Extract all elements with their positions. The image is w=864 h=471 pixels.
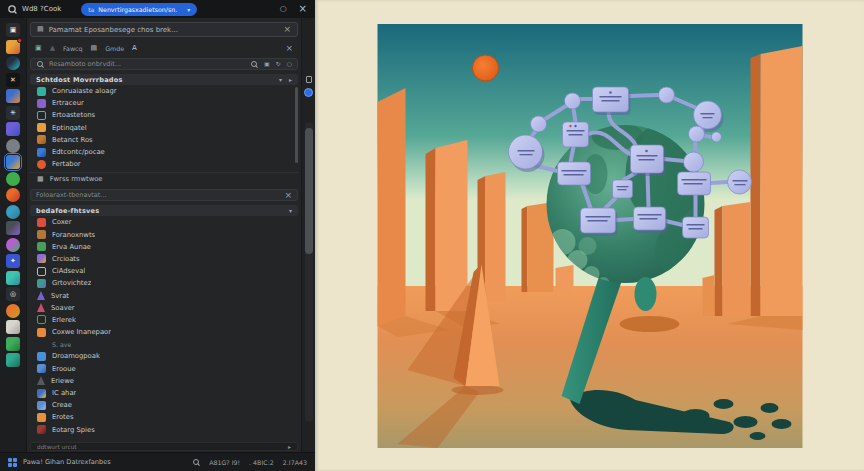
firefox-icon[interactable]	[6, 188, 20, 202]
palette-icon[interactable]	[6, 238, 20, 252]
shortcut-hint-1: A81G? I9!	[209, 459, 240, 466]
list-item[interactable]: Eotarg Spies	[30, 424, 298, 436]
swirl-icon[interactable]	[6, 139, 20, 153]
list-item[interactable]: IC ahar	[30, 387, 298, 399]
list-scrollbar[interactable]	[295, 87, 298, 163]
list-item[interactable]: Ertoastetons	[30, 109, 298, 121]
search-doc-icon[interactable]: ▣	[6, 23, 20, 37]
close-toolbar-icon[interactable]: ×	[285, 44, 293, 53]
toolbar-label-2[interactable]: Gmde	[105, 45, 124, 52]
list-item-label: IC ahar	[52, 389, 76, 397]
refresh-icon[interactable]: ↻	[276, 61, 281, 67]
list-item[interactable]: Fertabor	[30, 158, 298, 170]
toolbar-label-1[interactable]: Fawcq	[63, 45, 83, 52]
section-header-2[interactable]: bedafoe-fhtsves ▾	[30, 205, 298, 216]
pages-icon[interactable]: ▣	[264, 61, 270, 67]
list-item[interactable]: Coxer	[30, 216, 298, 228]
list-item[interactable]: Creae	[30, 399, 298, 411]
collapse-icon[interactable]: ▾	[289, 208, 292, 214]
chevron-right-icon[interactable]: ▸	[289, 77, 292, 83]
clear-icon[interactable]: ×	[284, 191, 292, 200]
collapsed-section[interactable]: ddtwurt urcut ▸	[30, 442, 298, 451]
app-icon	[37, 425, 46, 434]
list-item-label: Fertabor	[52, 160, 81, 168]
list-item[interactable]: Coxwe Inanepaor	[30, 326, 298, 338]
list-item[interactable]: Droamogpoak	[30, 350, 298, 362]
list-item[interactable]: Soaver	[30, 302, 298, 314]
mountain-icon[interactable]: ▲	[50, 45, 55, 52]
grid-icon[interactable]: ▤	[91, 45, 98, 52]
list-item-label: Ertoastetons	[52, 111, 95, 119]
list-item[interactable]: Ertraceur	[30, 97, 298, 109]
app-icon	[37, 352, 46, 361]
history-icon[interactable]: ○	[280, 5, 287, 13]
star-app-icon[interactable]: ✦	[6, 254, 20, 268]
box-icon[interactable]: ▣	[35, 45, 42, 52]
search-icon[interactable]	[7, 4, 17, 14]
android-icon[interactable]	[6, 172, 20, 186]
search-filter-input[interactable]	[36, 191, 279, 199]
section-header-1[interactable]: Schtdost Movrrrbados ▾ ▸	[30, 74, 298, 85]
list-item[interactable]: Foranoxnwts	[30, 229, 298, 241]
globe-icon[interactable]	[6, 205, 20, 219]
list-item[interactable]: Crcioats	[30, 253, 298, 265]
chevron-down-icon[interactable]: ▾	[279, 77, 282, 83]
app-icon	[37, 291, 45, 300]
list-item[interactable]: Svrat	[30, 289, 298, 301]
statusbar: Pawa! Gihan Datrexfanbes A81G? I9! . 4BI…	[0, 452, 315, 471]
gear-icon[interactable]: ✳	[6, 106, 20, 120]
pin-icon[interactable]	[306, 76, 312, 83]
app-icon	[37, 111, 46, 120]
list-item[interactable]: Erooue	[30, 363, 298, 375]
list-item-label: Conruaiaste aloagr	[52, 87, 117, 95]
search-main-input[interactable]	[49, 60, 245, 68]
artwork-image	[377, 24, 803, 448]
list-item[interactable]: Erotes	[30, 411, 298, 423]
list-item[interactable]: Grtovichtez	[30, 277, 298, 289]
x-app-icon[interactable]: ✕	[6, 73, 20, 87]
leaf-icon[interactable]	[6, 337, 20, 351]
list-item-label: CiAdseval	[52, 267, 85, 275]
list-item[interactable]: CiAdseval	[30, 265, 298, 277]
list-item[interactable]: Edtcontc/pocae	[30, 146, 298, 158]
close-icon[interactable]: ×	[299, 4, 307, 14]
list-item[interactable]: Betanct Ros	[30, 134, 298, 146]
clear-icon[interactable]: ×	[283, 25, 291, 34]
help-icon[interactable]: ○	[287, 61, 292, 67]
hook-icon[interactable]	[6, 353, 20, 367]
scrollbar-thumb[interactable]	[305, 128, 313, 254]
list-item[interactable]: Erlerek	[30, 314, 298, 326]
extension-badge-icon[interactable]	[304, 88, 313, 97]
list-item-label: Eotarg Spies	[52, 426, 95, 434]
capsule-icon[interactable]	[6, 271, 20, 285]
list-item[interactable]: Eptinqatel	[30, 122, 298, 134]
apps-launcher-icon[interactable]	[8, 458, 17, 467]
clock-icon[interactable]	[6, 56, 20, 70]
bird-icon[interactable]	[6, 89, 20, 103]
list-item-label: Betanct Ros	[52, 136, 93, 144]
artwork-canvas	[315, 0, 864, 471]
topbar: Wd8 ?Cook ta Nenvrtirgasxadietson/sn. ▾ …	[0, 0, 315, 18]
zoom-icon[interactable]	[250, 60, 258, 68]
list-item[interactable]: Erva Aunae	[30, 241, 298, 253]
stripes-icon[interactable]	[6, 221, 20, 235]
account-dropdown[interactable]: ta Nenvrtirgasxadietson/sn. ▾	[81, 3, 197, 16]
food-icon[interactable]	[6, 304, 20, 318]
search-icon[interactable]	[192, 458, 200, 466]
app-icon	[37, 376, 45, 385]
notification-badge	[17, 38, 22, 43]
clipboard-icon[interactable]	[6, 320, 20, 334]
app-icon	[37, 254, 46, 263]
photos-icon[interactable]	[6, 155, 20, 169]
list-item[interactable]: Conruaiaste aloagr	[30, 85, 298, 97]
music-icon[interactable]	[6, 122, 20, 136]
list-item[interactable]: S. ave	[30, 338, 298, 350]
toolbar-label-3[interactable]: A	[132, 44, 137, 52]
app-icon	[37, 160, 46, 169]
collapsed-label: ddtwurt urcut	[37, 444, 77, 450]
shop-icon[interactable]	[6, 40, 20, 54]
lens-icon[interactable]: ◎	[6, 287, 20, 301]
links-row[interactable]: ▦ Fwrss rmwtwoe	[30, 172, 298, 185]
list-item[interactable]: Eriewe	[30, 375, 298, 387]
file-path-input[interactable]	[49, 26, 279, 34]
